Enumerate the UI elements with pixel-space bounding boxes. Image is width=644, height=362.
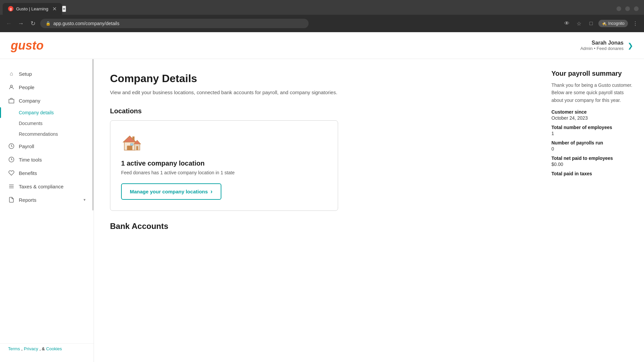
sidebar-item-reports[interactable]: Reports ▾ xyxy=(0,193,94,206)
svg-rect-11 xyxy=(132,136,135,140)
recommendations-label: Recommendations xyxy=(19,131,58,137)
employees-count-label: Total number of employees xyxy=(551,125,636,130)
svg-point-0 xyxy=(10,85,12,87)
house-icon xyxy=(121,131,143,153)
heart-icon xyxy=(8,170,15,176)
sidebar-item-company[interactable]: Company xyxy=(0,94,94,107)
sidebar-item-setup[interactable]: ⌂ Setup xyxy=(0,67,94,80)
bank-accounts-section-title: Bank Accounts xyxy=(110,222,527,231)
location-card: 1 active company location Feed donares h… xyxy=(110,120,338,211)
sidebar-item-taxes[interactable]: Taxes & compliance xyxy=(0,180,94,193)
customer-since-label: Customer since xyxy=(551,109,636,115)
company-details-label: Company details xyxy=(19,110,54,115)
net-paid-label: Total net paid to employees xyxy=(551,156,636,161)
dropdown-arrow-icon: ▾ xyxy=(84,197,86,202)
content-area: Company Details View and edit your busin… xyxy=(94,59,543,362)
content-and-panel: Company Details View and edit your busin… xyxy=(94,59,644,362)
forward-button[interactable]: → xyxy=(16,19,25,28)
nav-bar: ← → ↻ 🔒 👁 ☆ □ 🕵 Incognito ⋮ xyxy=(0,15,644,32)
svg-rect-14 xyxy=(137,146,138,150)
net-paid-value: $0.00 xyxy=(551,162,636,167)
back-button[interactable]: ← xyxy=(4,19,13,28)
sidebar-item-label: Time tools xyxy=(19,157,42,163)
right-panel: Your payroll summary Thank you for being… xyxy=(543,59,644,362)
sidebar-item-payroll[interactable]: Payroll xyxy=(0,139,94,153)
footer-sep2: , & xyxy=(40,346,45,351)
incognito-button[interactable]: 🕵 Incognito xyxy=(598,20,628,27)
tab-bar: g Gusto | Learning ✕ + xyxy=(0,0,644,15)
address-bar[interactable]: 🔒 xyxy=(40,19,309,28)
favicon-icon: g xyxy=(8,6,13,11)
employees-count-value: 1 xyxy=(551,131,636,136)
sidebar-item-label: People xyxy=(19,84,35,90)
privacy-link[interactable]: Privacy xyxy=(24,346,38,351)
payrolls-run-label: Number of payrolls run xyxy=(551,140,636,145)
people-icon xyxy=(8,84,15,90)
documents-label: Documents xyxy=(19,121,43,126)
user-menu[interactable]: Sarah Jonas Admin • Feed donares ❯ xyxy=(580,40,633,51)
sidebar-subitem-company-details[interactable]: Company details xyxy=(0,107,94,118)
sidebar-item-benefits[interactable]: Benefits xyxy=(0,166,94,180)
sidebar-item-label: Setup xyxy=(19,71,32,77)
bookmark-icon[interactable]: ☆ xyxy=(574,19,584,28)
taxes-icon xyxy=(8,183,15,190)
nav-actions: 👁 ☆ □ 🕵 Incognito ⋮ xyxy=(562,19,640,28)
browser-chrome: g Gusto | Learning ✕ + ← → ↻ 🔒 👁 ☆ □ 🕵 I… xyxy=(0,0,644,32)
app-header: gusto Sarah Jonas Admin • Feed donares ❯ xyxy=(0,32,644,59)
sidebar-item-time-tools[interactable]: Time tools xyxy=(0,153,94,166)
gusto-logo: gusto xyxy=(11,39,44,53)
new-tab-button[interactable]: + xyxy=(62,6,66,12)
sidebar-item-label: Benefits xyxy=(19,170,37,176)
manage-locations-button[interactable]: Manage your company locations › xyxy=(121,183,221,200)
user-name: Sarah Jonas xyxy=(580,40,624,46)
terms-link[interactable]: Terms xyxy=(8,346,20,351)
payroll-summary: Your payroll summary Thank you for being… xyxy=(551,70,636,176)
app-body: ⌂ Setup People Company Company details xyxy=(0,59,644,362)
active-tab[interactable]: g Gusto | Learning ✕ xyxy=(3,3,62,15)
page-description: View and edit your business locations, c… xyxy=(110,89,527,97)
sidebar: ⌂ Setup People Company Company details xyxy=(0,59,94,362)
cookies-link[interactable]: Cookies xyxy=(46,346,62,351)
location-description: Feed donares has 1 active company locati… xyxy=(121,170,327,175)
maximize-button[interactable] xyxy=(625,6,630,11)
payrolls-run-value: 0 xyxy=(551,146,636,152)
refresh-button[interactable]: ↻ xyxy=(28,19,38,28)
more-options-button[interactable]: ⋮ xyxy=(631,19,640,28)
payroll-icon xyxy=(8,143,15,149)
sidebar-subitem-recommendations[interactable]: Recommendations xyxy=(0,129,94,139)
profile-icon[interactable]: □ xyxy=(586,19,596,28)
payroll-summary-title: Your payroll summary xyxy=(551,70,636,77)
app: gusto Sarah Jonas Admin • Feed donares ❯… xyxy=(0,32,644,362)
minimize-button[interactable] xyxy=(616,6,621,11)
lock-icon: 🔒 xyxy=(46,21,51,26)
sidebar-item-label: Payroll xyxy=(19,143,34,149)
eye-off-icon[interactable]: 👁 xyxy=(562,19,572,28)
sidebar-item-people[interactable]: People xyxy=(0,80,94,94)
tab-title: Gusto | Learning xyxy=(16,6,48,11)
user-role: Admin • Feed donares xyxy=(580,46,624,51)
home-icon: ⌂ xyxy=(8,70,15,77)
incognito-icon: 🕵 xyxy=(602,21,607,26)
customer-since-value: October 24, 2023 xyxy=(551,115,636,121)
footer: Terms , Privacy , & Cookies xyxy=(0,343,94,354)
manage-locations-label: Manage your company locations xyxy=(130,189,208,194)
reports-icon xyxy=(8,196,15,203)
taxes-paid-label: Total paid in taxes xyxy=(551,171,636,176)
payroll-summary-description: Thank you for being a Gusto customer. Be… xyxy=(551,81,636,104)
manage-arrow-icon: › xyxy=(211,188,213,195)
svg-rect-10 xyxy=(130,143,133,145)
locations-section-title: Locations xyxy=(110,107,527,115)
clock-icon xyxy=(8,156,15,163)
sidebar-item-label: Company xyxy=(19,98,40,104)
location-count: 1 active company location xyxy=(121,160,327,167)
svg-rect-9 xyxy=(127,145,132,150)
company-icon xyxy=(8,97,15,104)
close-tab-button[interactable]: ✕ xyxy=(52,6,57,12)
close-button[interactable] xyxy=(634,6,639,11)
url-input[interactable] xyxy=(53,21,303,26)
sidebar-item-label: Taxes & compliance xyxy=(19,184,63,189)
user-details: Sarah Jonas Admin • Feed donares xyxy=(580,40,624,51)
incognito-label: Incognito xyxy=(608,21,625,26)
svg-rect-1 xyxy=(9,99,14,103)
sidebar-subitem-documents[interactable]: Documents xyxy=(0,118,94,129)
